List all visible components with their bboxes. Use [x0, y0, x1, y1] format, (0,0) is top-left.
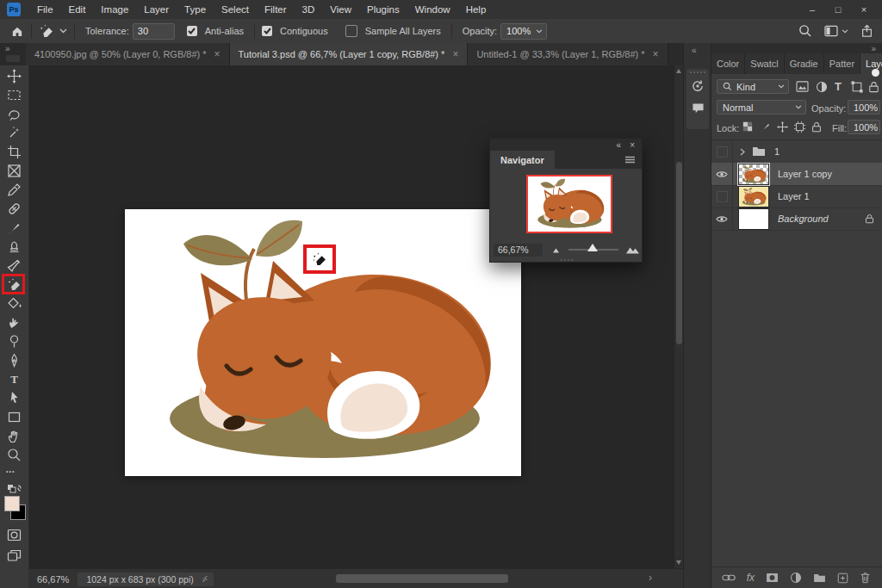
share-icon[interactable] [860, 24, 873, 38]
layer-style-icon[interactable]: fx [747, 572, 755, 584]
menu-help[interactable]: Help [458, 4, 494, 15]
layer-row-background[interactable]: Background [711, 207, 882, 231]
menu-window[interactable]: Window [407, 4, 458, 15]
blend-mode-combo[interactable]: Normal [717, 100, 806, 115]
visibility-toggle[interactable] [711, 185, 733, 207]
navigator-zoom-slider[interactable] [568, 249, 618, 251]
lock-artboard-icon[interactable] [794, 121, 805, 133]
filter-smart-objects-icon[interactable] [868, 81, 879, 93]
tab-navigator[interactable]: Navigator [490, 151, 555, 169]
visibility-toggle[interactable] [711, 140, 733, 163]
layer-name[interactable]: Layer 1 [778, 191, 810, 201]
tab-gradients[interactable]: Gradie [785, 53, 824, 74]
move-tool[interactable] [7, 69, 22, 84]
new-layer-icon[interactable] [837, 573, 848, 584]
menu-layer[interactable]: Layer [136, 4, 177, 15]
filter-pixel-layers-icon[interactable] [796, 81, 809, 92]
pen-tool[interactable] [7, 353, 22, 368]
history-panel-icon[interactable] [686, 75, 709, 97]
layer-name[interactable]: Background [778, 214, 829, 224]
comments-panel-icon[interactable] [686, 97, 709, 120]
new-adjustment-layer-icon[interactable] [790, 572, 802, 584]
search-icon[interactable] [798, 24, 812, 38]
layer-filter-kind-combo[interactable]: Kind [717, 79, 789, 94]
filter-shape-layers-icon[interactable] [851, 81, 863, 93]
link-layers-icon[interactable] [722, 573, 736, 582]
menu-view[interactable]: View [322, 4, 359, 15]
layer-row-group[interactable]: 1 [711, 140, 882, 164]
navigator-zoom-field[interactable]: 66,67% [494, 244, 543, 257]
panel-resize-grip[interactable] [561, 259, 573, 261]
dodge-tool[interactable] [7, 334, 22, 349]
spot-healing-brush-tool[interactable] [7, 201, 22, 216]
paint-bucket-tool[interactable] [7, 296, 22, 311]
close-button[interactable]: × [851, 0, 877, 19]
menu-select[interactable]: Select [214, 4, 257, 15]
layer-thumbnail[interactable] [738, 186, 769, 207]
visibility-toggle[interactable] [711, 163, 733, 185]
document-tab[interactable]: 4100950.jpg @ 50% (Layer 0, RGB/8#) * × [26, 43, 230, 65]
hand-tool[interactable] [7, 429, 22, 443]
screen-mode-icon[interactable] [7, 549, 22, 564]
minimize-button[interactable]: – [799, 0, 825, 19]
quick-mask-mode-icon[interactable] [7, 529, 22, 543]
sample-all-layers-checkbox[interactable] [345, 25, 357, 37]
new-group-icon[interactable] [813, 573, 826, 583]
magic-wand-tool[interactable] [7, 126, 22, 140]
vertical-scrollbar-thumb[interactable] [676, 162, 682, 344]
chevron-right-icon[interactable] [740, 148, 745, 156]
layers-opacity-combo[interactable]: 100% [848, 100, 880, 115]
menu-file[interactable]: File [29, 4, 61, 15]
panel-menu-icon[interactable] [625, 151, 635, 169]
lock-position-icon[interactable] [777, 121, 788, 133]
tab-overflow-control[interactable]: » [0, 43, 26, 65]
scroll-up-icon[interactable] [676, 69, 681, 73]
lasso-tool[interactable] [7, 107, 22, 121]
add-layer-mask-icon[interactable] [766, 573, 779, 583]
rectangle-tool[interactable] [7, 410, 22, 424]
horizontal-scrollbar-thumb[interactable] [336, 574, 508, 583]
filter-toggle[interactable] [872, 69, 879, 77]
layer-thumbnail[interactable] [738, 164, 769, 185]
layer-row[interactable]: Layer 1 [711, 185, 882, 208]
tab-swatches[interactable]: Swatcl [745, 53, 784, 74]
brush-tool[interactable] [7, 220, 22, 235]
status-zoom-field[interactable]: 66,67% [37, 574, 69, 585]
horizontal-scrollbar[interactable]: ‹ › [201, 573, 659, 585]
layer-row-selected[interactable]: Layer 1 copy [711, 163, 882, 186]
navigator-proxy-view[interactable] [526, 175, 612, 233]
close-icon[interactable]: × [653, 48, 659, 60]
canvas[interactable] [125, 209, 521, 476]
delete-layer-icon[interactable] [860, 572, 871, 584]
zoom-tool[interactable] [7, 448, 22, 462]
contiguous-checkbox[interactable] [262, 26, 272, 36]
menu-3d[interactable]: 3D [295, 4, 323, 15]
edit-toolbar-ellipsis-icon[interactable]: ••• [6, 468, 15, 474]
smudge-tool[interactable] [7, 315, 22, 330]
close-icon[interactable]: × [630, 140, 635, 150]
slider-thumb[interactable] [587, 244, 598, 251]
home-icon[interactable] [10, 24, 24, 38]
document-info[interactable]: 1024 px x 683 px (300 ppi) › [78, 573, 214, 586]
crop-tool[interactable] [7, 145, 22, 159]
tab-color[interactable]: Color [711, 53, 745, 74]
collapse-panel-icon[interactable]: « [617, 140, 622, 150]
anti-alias-checkbox[interactable] [187, 26, 197, 36]
filter-adjustment-layers-icon[interactable] [816, 81, 828, 93]
tab-patterns[interactable]: Patter [824, 53, 860, 74]
document-tab-active[interactable]: Tutorial 3.psd @ 66,7% (Layer 1 copy, RG… [230, 43, 469, 65]
rectangular-marquee-tool[interactable] [7, 88, 22, 102]
workspace-switcher-icon[interactable] [824, 25, 848, 37]
path-selection-tool[interactable] [7, 391, 22, 405]
lock-pixels-icon[interactable] [760, 121, 771, 133]
eyedropper-tool[interactable] [7, 183, 22, 197]
collapse-dock-icon[interactable]: « [692, 46, 697, 55]
zoom-out-icon[interactable] [551, 245, 562, 254]
document-tab[interactable]: Untitled-1 @ 33,3% (Layer 1, RGB/8#) * × [468, 43, 668, 65]
frame-tool[interactable] [7, 164, 22, 178]
scroll-right-icon[interactable]: › [649, 572, 652, 584]
opacity-combo[interactable]: 100% [500, 23, 547, 40]
tolerance-input[interactable]: 30 [133, 23, 175, 40]
type-tool[interactable]: T [7, 372, 22, 387]
scroll-left-icon[interactable]: ‹ [204, 572, 208, 584]
